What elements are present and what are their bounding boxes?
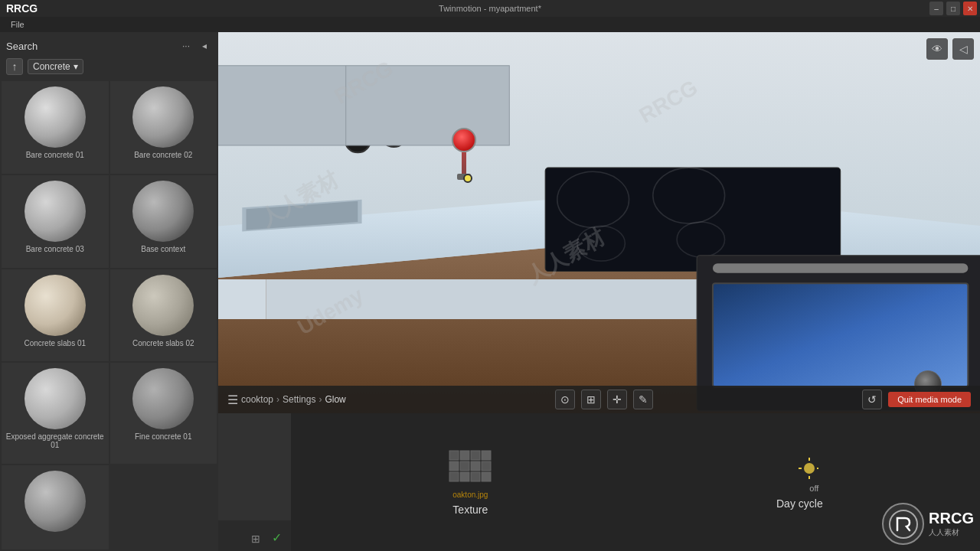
cursor-dot	[463, 174, 472, 183]
app-logo: RRCG	[6, 2, 38, 15]
breadcrumb-sep-1: ›	[276, 394, 279, 405]
bottom-right: oakton.jpg Texture off Day cycle	[291, 413, 980, 551]
texture-filename: oakton.jpg	[452, 491, 488, 499]
material-item[interactable]: Concrete slabs 02	[110, 269, 217, 362]
svg-point-37	[890, 510, 917, 538]
breadcrumb: ☰ cooktop › Settings › Glow	[227, 393, 346, 407]
watermark-logo: RRCG 人人素材	[882, 503, 974, 545]
svg-rect-27	[482, 461, 491, 471]
breadcrumb-item-glow: Glow	[325, 394, 345, 405]
material-item[interactable]	[2, 465, 109, 549]
svg-rect-22	[471, 451, 480, 460]
material-name: Fine concrete 01	[135, 432, 192, 441]
menubar: File	[0, 17, 980, 32]
dropdown-arrow-icon: ▾	[74, 61, 78, 72]
titlebar: RRCG Twinmotion - myapartment* – □ ✕	[0, 0, 980, 17]
close-button[interactable]: ✕	[963, 2, 977, 15]
viewport-controls: 👁 ◁	[926, 38, 974, 60]
kitchen-scene: RRCG 人人素材 RRCG 人人素材 Udemy	[218, 32, 980, 413]
material-name: Concrete slabs 01	[24, 339, 86, 347]
gizmo-sphere	[452, 128, 476, 152]
breadcrumb-item-cooktop[interactable]: cooktop	[241, 394, 273, 405]
material-item[interactable]: Concrete slabs 01	[2, 269, 109, 362]
day-cycle-icon: off	[780, 455, 818, 493]
material-item[interactable]: Bare concrete 02	[110, 81, 217, 174]
edit-icon[interactable]: ✎	[633, 390, 653, 409]
hamburger-icon[interactable]: ☰	[227, 393, 238, 407]
collapse-arrow-icon[interactable]: ◂	[197, 38, 212, 54]
expand-icon[interactable]: ◁	[952, 38, 974, 60]
move-icon[interactable]: ✛	[607, 390, 627, 409]
more-options-button[interactable]: ···	[178, 38, 194, 54]
material-sphere	[24, 368, 86, 429]
toolbar-right: ↺ Quit media mode	[862, 390, 971, 409]
toolbar-icons: ⊙ ⊞ ✛ ✎	[555, 390, 653, 409]
svg-rect-31	[482, 472, 491, 481]
category-label: Concrete	[33, 61, 70, 72]
svg-rect-29	[460, 472, 469, 481]
rrcg-text-block: RRCG 人人素材	[929, 510, 974, 538]
titlebar-left: RRCG	[0, 2, 38, 15]
material-name: Concrete slabs 02	[132, 339, 194, 347]
texture-block[interactable]: oakton.jpg Texture	[448, 449, 492, 516]
material-name: Exposed aggregate concrete 01	[5, 432, 105, 449]
quit-media-button[interactable]: Quit media mode	[888, 392, 971, 407]
material-sphere	[24, 181, 86, 242]
svg-point-32	[804, 463, 815, 474]
menu-file[interactable]: File	[6, 20, 29, 29]
minimize-button[interactable]: –	[929, 2, 943, 15]
svg-marker-3	[218, 279, 266, 319]
material-item[interactable]: Bare concrete 03	[2, 175, 109, 268]
svg-rect-24	[449, 461, 459, 471]
material-sphere	[24, 275, 86, 336]
breadcrumb-item-settings[interactable]: Settings	[283, 394, 315, 405]
app-title: Twinmotion - myapartment*	[439, 4, 541, 13]
material-item[interactable]: Bare concrete 01	[2, 81, 109, 174]
main-viewport[interactable]: RRCG 人人素材 RRCG 人人素材 Udemy 👁 ◁	[218, 32, 980, 413]
day-cycle-label: Day cycle	[776, 497, 823, 510]
object-gizmo	[452, 128, 476, 180]
material-name: Bare concrete 03	[26, 245, 84, 253]
svg-rect-23	[482, 451, 491, 460]
back-button[interactable]: ↑	[6, 58, 23, 75]
grid-icon[interactable]: ⊞	[581, 390, 601, 409]
checkmark-icon: ✓	[272, 530, 282, 545]
material-sphere	[132, 181, 194, 242]
svg-rect-30	[471, 472, 480, 481]
eye-icon[interactable]: 👁	[926, 38, 948, 60]
search-label: Search	[6, 41, 38, 52]
material-name: Base context	[141, 245, 185, 253]
bottom-toolbar: ☰ cooktop › Settings › Glow ⊙ ⊞ ✛ ✎ ↺ Qu…	[218, 386, 980, 413]
rrcg-logo-circle	[882, 503, 924, 545]
texture-label: Texture	[452, 504, 488, 516]
svg-rect-21	[460, 451, 469, 460]
svg-rect-25	[460, 461, 469, 471]
maximize-button[interactable]: □	[946, 2, 960, 15]
search-bar: Search ··· ◂	[6, 38, 212, 54]
target-icon[interactable]: ⊙	[555, 390, 575, 409]
day-cycle-block[interactable]: off Day cycle	[776, 455, 823, 510]
left-panel: Search ··· ◂ ↑ Concrete ▾ Bare concrete …	[0, 32, 218, 551]
cursor-indicator	[463, 174, 472, 183]
material-name: Bare concrete 01	[26, 151, 84, 159]
nav-row: ↑ Concrete ▾	[0, 57, 218, 80]
material-item[interactable]: Exposed aggregate concrete 01	[2, 363, 109, 464]
kitchen-svg	[218, 32, 980, 413]
search-icons: ··· ◂	[178, 38, 212, 54]
material-sphere	[132, 275, 194, 336]
material-sphere	[24, 86, 86, 148]
svg-rect-28	[449, 472, 459, 481]
undo-button[interactable]: ↺	[862, 390, 882, 409]
grid-view-button[interactable]: ⊞	[251, 533, 260, 545]
rrcg-logo-icon	[888, 509, 919, 540]
material-item[interactable]: Base context	[110, 175, 217, 268]
category-dropdown[interactable]: Concrete ▾	[28, 59, 83, 74]
material-sphere	[132, 368, 194, 429]
svg-rect-26	[471, 461, 480, 471]
material-name: Bare concrete 02	[134, 151, 192, 159]
search-area: Search ··· ◂	[0, 32, 218, 57]
titlebar-controls: – □ ✕	[929, 2, 980, 15]
svg-rect-16	[713, 263, 968, 273]
svg-rect-20	[449, 451, 459, 460]
material-item[interactable]: Fine concrete 01	[110, 363, 217, 464]
